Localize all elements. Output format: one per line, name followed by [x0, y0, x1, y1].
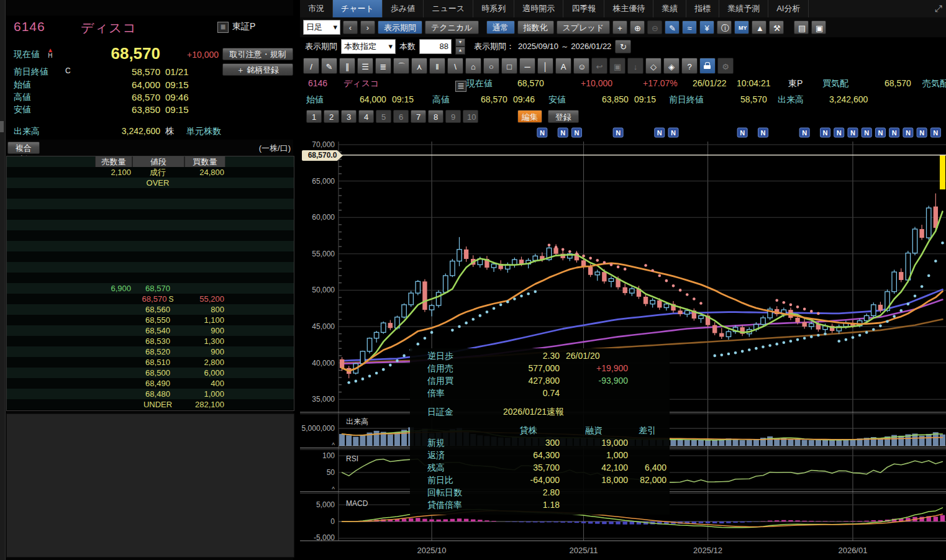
lock-icon[interactable] — [699, 58, 716, 74]
expand-icon[interactable]: ⤢ — [935, 3, 942, 14]
draw-tool-10[interactable]: ○ — [483, 58, 499, 74]
draw-tool-15[interactable]: ☺ — [573, 58, 589, 74]
tab-チャート[interactable]: チャート — [333, 0, 383, 17]
order-book-row[interactable] — [7, 188, 294, 199]
draw-tool-5[interactable]: ⌒ — [393, 58, 409, 74]
next-button[interactable]: › — [360, 20, 375, 34]
crosshair-icon[interactable]: + — [612, 20, 627, 34]
register-button[interactable]: 登録 ▼ — [548, 110, 579, 123]
order-book-row[interactable]: 68,490400 — [7, 378, 294, 389]
count-spinner[interactable]: ▾▴ — [455, 38, 465, 55]
page-button-3[interactable]: 3 — [341, 110, 357, 123]
order-book-row[interactable] — [7, 199, 294, 209]
order-book-row[interactable]: 68,540900 — [7, 325, 294, 336]
tab-歩み値[interactable]: 歩み値 — [383, 0, 424, 17]
draw-tool-dim-1[interactable]: ▣ — [609, 58, 625, 74]
popout-icon[interactable]: ▣ — [811, 20, 826, 34]
zoom-in-icon[interactable]: ⊕ — [630, 20, 645, 34]
draw-tool-12[interactable]: ─ — [519, 58, 535, 74]
page-button-6[interactable]: 6 — [393, 110, 409, 123]
order-book-row[interactable]: 68,5102,800 — [7, 357, 294, 368]
order-book-row[interactable]: 68,4801,000 — [7, 389, 294, 399]
tab-指標[interactable]: 指標 — [686, 0, 719, 17]
draw-tool-3[interactable]: ☰ — [357, 58, 373, 74]
order-book-row[interactable] — [7, 209, 294, 220]
composite-board-button[interactable]: 複合板 — [7, 142, 40, 154]
draw-tool-2[interactable]: ∥ — [339, 58, 355, 74]
period-select[interactable]: 日足▾ — [303, 20, 340, 35]
tab-四季報[interactable]: 四季報 — [563, 0, 604, 17]
order-book-row[interactable]: OVER — [7, 178, 294, 188]
order-book-row[interactable] — [7, 220, 294, 230]
order-book-row[interactable] — [7, 251, 294, 262]
draw-tool-14[interactable]: A — [555, 58, 571, 74]
order-book-row[interactable] — [7, 273, 294, 283]
count-input[interactable]: 88 — [419, 39, 452, 54]
draw-tool-13[interactable]: │ — [537, 58, 553, 74]
toggle-テクニカル[interactable]: テクニカル — [425, 20, 479, 34]
order-book-row[interactable]: 68,5501,100 — [7, 315, 294, 325]
toggle-通常[interactable]: 通常 — [486, 20, 515, 34]
mountain-icon[interactable]: ▲ — [752, 20, 766, 34]
page-button-2[interactable]: 2 — [324, 110, 339, 123]
print-icon[interactable]: ▤ — [794, 20, 809, 34]
order-book-row[interactable]: 68,520900 — [7, 346, 294, 357]
list-icon[interactable]: ≣ — [217, 22, 229, 33]
order-book-row[interactable] — [7, 262, 294, 273]
panel-resize-handle[interactable] — [0, 121, 4, 132]
draw-tool-7[interactable]: ‖ — [429, 58, 445, 74]
tab-AI分析[interactable]: AI分析 — [768, 0, 809, 17]
tab-ニュース[interactable]: ニュース — [424, 0, 473, 17]
trade-caution-button[interactable]: 取引注意・規制 — [222, 48, 293, 60]
draw-tool-dim-2[interactable]: ↓ — [627, 58, 644, 74]
draw-tool-8[interactable]: \ — [447, 58, 463, 74]
page-button-5[interactable]: 5 — [376, 110, 391, 123]
tab-適時開示[interactable]: 適時開示 — [514, 0, 563, 17]
count-mode-select[interactable]: 本数指定▾ — [341, 39, 396, 54]
page-button-7[interactable]: 7 — [411, 110, 426, 123]
tab-業績予測[interactable]: 業績予測 — [719, 0, 768, 17]
tab-市況[interactable]: 市況 — [300, 0, 333, 17]
draw-tool-9[interactable]: ⌂ — [465, 58, 481, 74]
draw-tool-extra-2[interactable]: ? — [681, 58, 698, 74]
prev-button[interactable]: ‹ — [343, 20, 358, 34]
draw-tool-0[interactable]: / — [303, 58, 319, 74]
page-button-1[interactable]: 1 — [306, 110, 322, 123]
order-book-row[interactable]: 6,90068,570 — [7, 283, 294, 294]
yen-icon[interactable]: ¥ — [699, 20, 714, 34]
draw-tool-6[interactable]: ⋏ — [411, 58, 427, 74]
gear-icon[interactable]: ⚙ — [717, 58, 734, 74]
edit-button[interactable]: 編集 — [517, 110, 542, 123]
order-book-row[interactable]: 68,5301,300 — [7, 336, 294, 346]
draw-tool-extra-1[interactable]: ◈ — [663, 58, 680, 74]
order-book-row[interactable] — [7, 230, 294, 241]
order-book-row[interactable]: 68,560800 — [7, 304, 294, 315]
order-book-row[interactable]: UNDER282,100 — [7, 399, 294, 410]
info-icon[interactable]: ⓘ — [717, 20, 732, 34]
tab-業績[interactable]: 業績 — [653, 0, 686, 17]
toggle-指数化[interactable]: 指数化 — [517, 20, 554, 34]
tab-株主優待[interactable]: 株主優待 — [604, 0, 653, 17]
my-chart-icon[interactable]: MY — [734, 20, 749, 34]
page-button-9[interactable]: 9 — [445, 110, 461, 123]
reset-range-button[interactable]: ↻ — [615, 40, 631, 53]
page-button-8[interactable]: 8 — [428, 110, 443, 123]
wrench-icon[interactable]: ⚒ — [769, 20, 784, 34]
draw-icon[interactable]: ✎ — [665, 20, 680, 34]
line-mode-icon[interactable]: ≈ — [682, 20, 697, 34]
register-symbol-button[interactable]: ＋ 銘柄登録 — [222, 63, 293, 76]
draw-tool-1[interactable]: ✎ — [321, 58, 337, 74]
order-book-row[interactable]: 68,5006,000 — [7, 368, 294, 378]
draw-tool-dim-0[interactable]: ↩ — [591, 58, 607, 74]
toggle-スプレッド[interactable]: スプレッド — [557, 20, 611, 34]
tab-時系列[interactable]: 時系列 — [473, 0, 514, 17]
draw-tool-extra-0[interactable]: ◇ — [645, 58, 662, 74]
order-book-row[interactable]: 2,100成行24,800 — [7, 167, 294, 178]
toggle-表示期間[interactable]: 表示期間 — [378, 20, 422, 34]
page-button-4[interactable]: 4 — [358, 110, 374, 123]
page-button-10[interactable]: 10 — [463, 110, 478, 123]
zoom-out-icon[interactable]: ⊖ — [647, 20, 662, 34]
draw-tool-11[interactable]: □ — [501, 58, 517, 74]
order-book-row[interactable]: 68,570S55,200 — [7, 294, 294, 304]
order-book-row[interactable] — [7, 241, 294, 251]
